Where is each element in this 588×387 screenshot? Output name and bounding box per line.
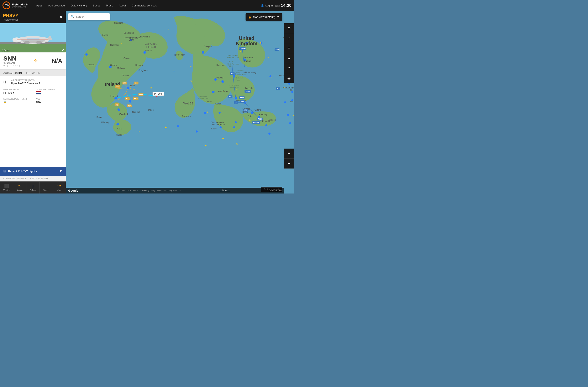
settings-button[interactable]: ⚙ [284, 23, 294, 33]
svg-point-159 [289, 122, 291, 124]
nav-links: Apps Add coverage Data / History Social … [33, 0, 261, 11]
svg-text:Newcastle: Newcastle [243, 56, 253, 59]
serial-item: SERIAL NUMBER (MSN) 🔒 [3, 98, 30, 104]
logo-text: flightradar24 LIVE AIR TRAFFIC [12, 3, 28, 8]
grid-icon: ⊞ [3, 169, 6, 173]
zoom-in-button[interactable]: + [284, 149, 294, 159]
svg-text:M50: M50 [139, 93, 143, 95]
plane-arrow-icon: ✈ [34, 58, 38, 64]
bottom-route-btn[interactable]: 〜 Route [13, 182, 26, 193]
arrival-info: N/A [52, 57, 62, 65]
svg-point-11 [36, 41, 42, 44]
map-bottom-bar: Google Map data ©2020 GeoBasis-DE/BKG (©… [66, 188, 284, 193]
share-icon: ↑ [45, 184, 47, 188]
nav-about[interactable]: About [116, 0, 129, 11]
svg-text:Chester: Chester [205, 100, 212, 103]
svg-text:M6: M6 [231, 73, 234, 75]
close-button[interactable]: ✕ [59, 14, 63, 20]
bottom-more-btn[interactable]: ••• More [53, 182, 66, 193]
nav-data-history[interactable]: Data / History [68, 0, 90, 11]
svg-text:M7: M7 [126, 98, 129, 100]
nav-add-coverage[interactable]: Add coverage [45, 0, 68, 11]
zoom-out-button[interactable]: − [284, 159, 294, 169]
svg-text:Galway: Galway [110, 64, 117, 66]
country-flag [36, 91, 41, 94]
photo-link-icon[interactable]: ⬈ [62, 48, 64, 52]
nav-apps[interactable]: Apps [33, 0, 45, 11]
departure-info: SNN SHANNON IST (UTC +01:00) [3, 55, 20, 67]
svg-text:Swansea: Swansea [182, 115, 191, 117]
svg-text:Dales: Dales [236, 72, 240, 74]
svg-text:Bath: Bath [248, 115, 252, 117]
map-view-button[interactable]: ◉ Map view (default) ▼ [246, 13, 282, 21]
svg-point-156 [235, 121, 237, 123]
aircraft-type-value: Piper PA-31T Cheyenne 2 [11, 82, 40, 85]
svg-point-158 [287, 114, 289, 116]
svg-text:North York: North York [236, 77, 243, 79]
svg-point-161 [291, 99, 293, 101]
svg-text:Castlebar: Castlebar [110, 44, 119, 46]
svg-text:M8: M8 [116, 104, 118, 106]
svg-text:Middlesbrough: Middlesbrough [243, 71, 257, 74]
departure-code: SNN [3, 55, 20, 62]
refresh-button[interactable]: ↺ [284, 63, 294, 73]
svg-point-164 [270, 75, 272, 77]
sidebar: PHSVY Private owner ✕ [0, 11, 66, 193]
actual-time: ACTUAL 14:10 [3, 71, 22, 74]
svg-text:M4: M4 [235, 102, 237, 104]
calibrated-section: CALIBRATED ALTITUDE VERTICAL SPEED [0, 176, 66, 182]
svg-text:Cardiff: Cardiff [215, 102, 222, 105]
search-input[interactable] [76, 15, 111, 18]
svg-point-169 [204, 112, 206, 114]
nav-press[interactable]: Press [103, 0, 116, 11]
bottom-share-btn[interactable]: ↑ Share [40, 182, 53, 193]
chevron-down-icon: ▼ [277, 15, 279, 19]
svg-text:A74(M): A74(M) [239, 48, 246, 50]
svg-text:✈: ✈ [292, 114, 294, 117]
svg-text:AONB: AONB [229, 60, 233, 62]
search-bar[interactable]: 🔍 [68, 13, 110, 20]
svg-rect-13 [17, 40, 48, 40]
wales-label: WALES [183, 102, 194, 105]
logo-area: flight radar24 flightradar24 LIVE AIR TR… [0, 1, 33, 9]
svg-text:Dundalk: Dundalk [135, 64, 143, 66]
recent-flights-bar[interactable]: ⊞ Recent PH-SVY flights ▼ [0, 167, 66, 176]
terms-link[interactable]: Terms of Use [269, 190, 282, 192]
svg-text:M6: M6 [229, 95, 232, 98]
bottom-3dview-btn[interactable]: ⬛ 3D view [0, 182, 13, 193]
svg-text:AONB: AONB [228, 65, 233, 67]
svg-text:National Park: National Park [236, 74, 246, 76]
svg-point-168 [268, 133, 271, 135]
pin-glasgow [202, 51, 204, 54]
filter-button[interactable]: ▼ [284, 43, 294, 53]
favorites-button[interactable]: ★ [284, 53, 294, 63]
estimated-time: ESTIMATED - [26, 71, 42, 74]
svg-text:Leicester: Leicester [245, 87, 254, 89]
nav-social[interactable]: Social [90, 0, 103, 11]
svg-point-155 [196, 131, 198, 133]
target-button[interactable]: ◎ [284, 73, 294, 83]
bottom-follow-btn[interactable]: ⊕ Follow [26, 182, 40, 193]
svg-point-162 [291, 91, 293, 93]
registration-value: PH-SVY [3, 91, 30, 94]
svg-text:Cork: Cork [117, 128, 122, 130]
svg-text:Coleraine: Coleraine [114, 22, 123, 24]
isle-of-man-label: Isle of Man [174, 53, 185, 56]
svg-text:M40: M40 [258, 118, 262, 120]
login-button[interactable]: 👤 Log in [261, 4, 273, 7]
nav-right: 👤 Log in UTC 14:20 [261, 3, 294, 8]
utc-time-display: UTC 14:20 [275, 3, 292, 8]
photo-credit: © Dutch [2, 49, 9, 52]
svg-text:M11: M11 [134, 98, 138, 100]
svg-text:IRELAND: IRELAND [146, 46, 156, 48]
expand-button[interactable]: ⤢ [284, 33, 294, 43]
flight-owner: Private owner [3, 18, 19, 21]
svg-text:M62: M62 [240, 96, 244, 99]
svg-text:Lake District: Lake District [227, 54, 238, 57]
map-area[interactable]: Ireland NORTHERN IRELAND United Kingdom … [66, 11, 294, 193]
nav-commercial[interactable]: Commercial services [129, 0, 160, 11]
svg-text:Limerick: Limerick [110, 95, 118, 97]
departure-tz: IST (UTC +01:00) [3, 65, 20, 67]
svg-text:M1: M1 [277, 87, 279, 89]
sidebar-header: PHSVY Private owner ✕ [0, 11, 66, 23]
